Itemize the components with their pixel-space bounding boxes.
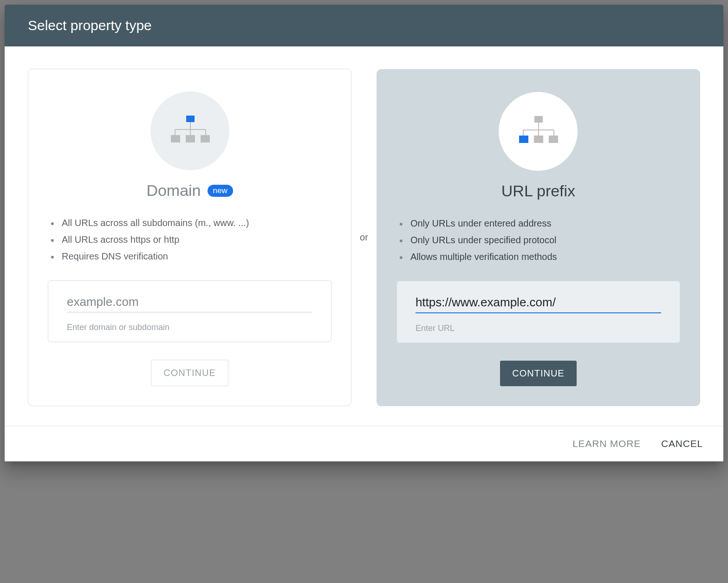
domain-bullet: All URLs across all subdomains (m., www.…	[51, 214, 329, 231]
dialog-body: Domain new All URLs across all subdomain…	[5, 46, 723, 426]
svg-rect-8	[201, 135, 210, 143]
dialog-title: Select property type	[28, 18, 700, 33]
url-prefix-bullet-list: Only URLs under entered address Only URL…	[392, 215, 685, 265]
url-prefix-title: URL prefix	[501, 182, 575, 200]
sitemap-domain-icon	[169, 115, 211, 147]
domain-input[interactable]	[67, 295, 312, 312]
domain-title: Domain	[146, 181, 201, 200]
svg-rect-15	[519, 136, 528, 143]
dialog-header: Select property type	[5, 5, 723, 46]
domain-bullet: All URLs across https or http	[51, 231, 329, 248]
url-prefix-card[interactable]: URL prefix Only URLs under entered addre…	[377, 69, 700, 406]
cancel-button[interactable]: CANCEL	[661, 438, 703, 449]
svg-rect-7	[186, 135, 195, 143]
learn-more-button[interactable]: LEARN MORE	[572, 438, 641, 449]
property-type-dialog: Select property type Domain	[5, 5, 723, 461]
domain-input-hint: Enter domain or subdomain	[67, 323, 312, 332]
domain-card[interactable]: Domain new All URLs across all subdomain…	[28, 69, 351, 406]
dialog-footer: LEARN MORE CANCEL	[5, 426, 723, 461]
url-prefix-input-box: Enter URL	[396, 281, 680, 343]
svg-rect-0	[186, 116, 195, 122]
domain-icon-circle	[150, 91, 229, 170]
domain-input-box: Enter domain or subdomain	[48, 280, 332, 342]
url-prefix-continue-button[interactable]: CONTINUE	[500, 361, 576, 386]
domain-bullet: Requires DNS verification	[51, 248, 329, 265]
domain-continue-button[interactable]: CONTINUE	[151, 360, 228, 386]
new-badge: new	[208, 185, 233, 197]
domain-title-row: Domain new	[146, 181, 233, 200]
svg-rect-9	[534, 116, 543, 123]
svg-rect-6	[171, 135, 180, 143]
svg-rect-16	[534, 136, 543, 143]
url-prefix-bullet: Only URLs under specified protocol	[399, 232, 677, 248]
svg-rect-17	[549, 136, 558, 143]
url-prefix-icon-circle	[499, 92, 578, 171]
url-prefix-title-row: URL prefix	[501, 182, 575, 200]
url-prefix-bullet: Only URLs under entered address	[399, 215, 677, 232]
url-prefix-bullet: Allows multiple verification methods	[399, 248, 677, 265]
or-separator: or	[360, 232, 368, 243]
url-prefix-input[interactable]	[416, 295, 661, 313]
sitemap-url-prefix-icon	[517, 115, 559, 148]
url-prefix-input-hint: Enter URL	[416, 324, 661, 333]
domain-bullet-list: All URLs across all subdomains (m., www.…	[43, 214, 336, 265]
